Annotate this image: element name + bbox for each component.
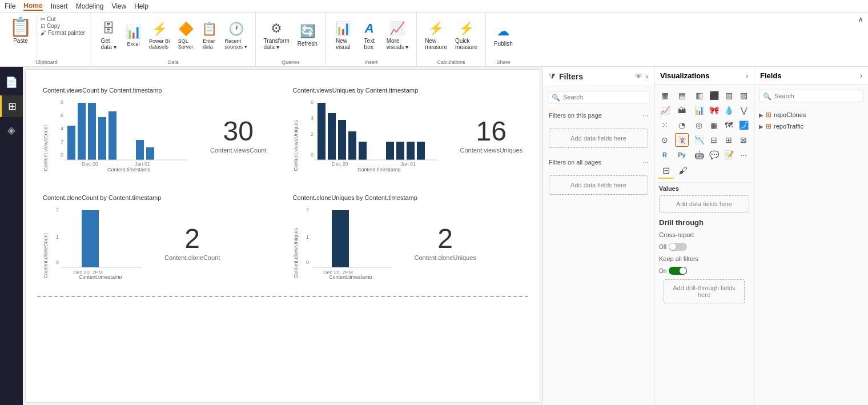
refresh-button[interactable]: 🔄 Refresh xyxy=(294,22,321,49)
share-group: ☁ Publish Share xyxy=(486,13,521,66)
format-painter-button[interactable]: 🖌 Format painter xyxy=(41,30,85,36)
paste-button[interactable]: 📋 Paste xyxy=(5,15,37,58)
refresh-icon: 🔄 xyxy=(300,24,315,39)
publish-button[interactable]: ☁ Publish xyxy=(491,22,516,49)
excel-icon: 📊 xyxy=(126,25,141,39)
enter-data-button[interactable]: 📋 Enterdata xyxy=(198,19,220,52)
sql-server-button[interactable]: 🔶 SQLServer xyxy=(175,19,197,52)
menu-view[interactable]: View xyxy=(111,2,126,10)
data-group: 🗄 Getdata ▾ 📊 Excel ⚡ Power BIdatasets 🔶… xyxy=(91,13,256,66)
insert-group-label: Insert xyxy=(365,59,378,65)
ribbon: 📋 Paste ✂ Cut ⊡ Copy 🖌 Format painter Cl… xyxy=(0,13,868,67)
excel-button[interactable]: 📊 Excel xyxy=(122,22,144,49)
quick-measure-icon: ⚡ xyxy=(459,21,474,36)
enter-data-icon: 📋 xyxy=(202,22,217,37)
menu-bar: File Home Insert Modeling View Help xyxy=(0,0,868,13)
data-group-label: Data xyxy=(168,59,179,65)
insert-group: 📊 Newvisual A Textbox 📈 Morevisuals ▾ In… xyxy=(326,13,417,66)
text-box-button[interactable]: A Textbox xyxy=(357,19,382,53)
quick-measure-button[interactable]: ⚡ Quickmeasure xyxy=(452,19,481,53)
calculations-group-label: Calculations xyxy=(437,59,465,65)
menu-insert[interactable]: Insert xyxy=(51,2,68,10)
recent-sources-icon: 🕐 xyxy=(228,22,244,37)
paste-label: Paste xyxy=(13,38,28,44)
text-box-icon: A xyxy=(365,21,374,36)
new-measure-icon: ⚡ xyxy=(428,21,444,36)
new-visual-button[interactable]: 📊 Newvisual xyxy=(331,19,356,53)
ribbon-collapse-button[interactable]: ∧ xyxy=(855,13,866,66)
sql-icon: 🔶 xyxy=(178,22,194,37)
publish-icon: ☁ xyxy=(497,24,509,39)
clipboard-sub: ✂ Cut ⊡ Copy 🖌 Format painter xyxy=(37,15,89,58)
transform-data-icon: ⚙ xyxy=(271,21,282,36)
collapse-icon: ∧ xyxy=(858,15,863,24)
menu-home[interactable]: Home xyxy=(23,2,42,11)
power-bi-datasets-button[interactable]: ⚡ Power BIdatasets xyxy=(146,19,174,52)
copy-button[interactable]: ⊡ Copy xyxy=(41,23,85,29)
more-visuals-icon: 📈 xyxy=(389,21,405,36)
clipboard-group-label: Clipboard xyxy=(35,59,58,65)
get-data-button[interactable]: 🗄 Getdata ▾ xyxy=(96,19,121,53)
menu-help[interactable]: Help xyxy=(134,2,148,10)
queries-group-label: Queries xyxy=(282,59,300,65)
paste-icon: 📋 xyxy=(9,16,32,38)
recent-sources-button[interactable]: 🕐 Recentsources ▾ xyxy=(222,19,251,52)
get-data-icon: 🗄 xyxy=(102,21,115,36)
new-visual-icon: 📊 xyxy=(335,21,351,36)
power-bi-icon: ⚡ xyxy=(152,22,167,37)
transform-data-button[interactable]: ⚙ Transformdata ▾ xyxy=(260,19,293,53)
menu-modeling[interactable]: Modeling xyxy=(76,2,104,10)
queries-group: ⚙ Transformdata ▾ 🔄 Refresh Queries xyxy=(256,13,326,66)
cut-button[interactable]: ✂ Cut xyxy=(41,16,85,22)
new-measure-button[interactable]: ⚡ Newmeasure xyxy=(421,19,451,53)
menu-file[interactable]: File xyxy=(5,2,15,10)
share-group-label: Share xyxy=(496,59,510,65)
calculations-group: ⚡ Newmeasure ⚡ Quickmeasure Calculations xyxy=(417,13,486,66)
more-visuals-button[interactable]: 📈 Morevisuals ▾ xyxy=(383,19,412,53)
